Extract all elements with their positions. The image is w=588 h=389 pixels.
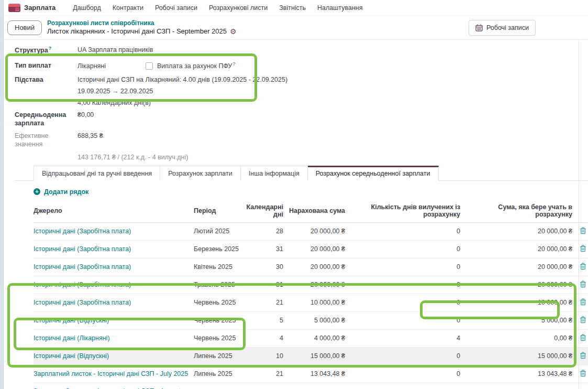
tab-worked-days[interactable]: Відпрацьовані дні та ручні введення (34, 166, 160, 181)
trash-icon[interactable] (580, 227, 586, 236)
avg-table-body: Історичні дані (Заробітна плата)Лютий 20… (34, 222, 588, 389)
payment-type-label: Тип виплат (15, 61, 77, 70)
trash-icon[interactable] (580, 263, 586, 272)
table-row: Історичні дані (Заробітна плата)Травень … (34, 276, 588, 294)
avg-wage-table: Джерело Період Календарні дні Нарахована… (34, 199, 588, 389)
new-button[interactable]: Новий (7, 20, 42, 35)
pfu-checkbox[interactable] (146, 62, 153, 70)
table-row: Зарплатний листок - Історичні дані СЗП -… (34, 365, 588, 383)
col-accrued-amount[interactable]: Нарахована сума (283, 199, 345, 223)
reason-line-2: 19.09.2025 → 22.09.2025 (77, 87, 287, 95)
col-source[interactable]: Джерело (34, 199, 194, 223)
tab-avg-wage-computation[interactable]: Розрахунок середньоденної зарплати (308, 166, 439, 181)
form-sheet: Структура? UA Зарплата працівників Тип в… (0, 40, 588, 389)
table-row: Історичні дані (Заробітна плата)Квітень … (34, 258, 588, 276)
table-row: Історичні дані (Лікарняні)Червень 202544… (34, 329, 588, 347)
source-link[interactable]: Зарплатний листок - Історичні дані СЗП -… (34, 370, 188, 377)
source-link[interactable]: Історичні дані (Лікарняні) (34, 334, 110, 342)
trash-icon[interactable] (580, 370, 586, 379)
notebook-tabs: Відпрацьовані дні та ручні введення Розр… (15, 166, 588, 181)
col-excluded-days[interactable]: Кількість днів вилучених із розрахунку (345, 199, 460, 223)
tab-other-info[interactable]: Інша інформація (241, 166, 308, 181)
reason-value[interactable]: Історичні дані СЗП на Лікарняний: 4.00 д… (77, 75, 287, 107)
col-included-amount[interactable]: Сума, яка бере учать в розрахунку (460, 199, 572, 223)
col-period[interactable]: Період (194, 199, 243, 223)
payroll-payslip-page: Зарплата Дашборд Контракти Робочі записи… (0, 0, 588, 389)
source-link[interactable]: Історичні дані (Заробітна плата) (34, 263, 131, 271)
top-navbar: Зарплата Дашборд Контракти Робочі записи… (0, 0, 588, 16)
nav-item-settings[interactable]: Налаштування (312, 4, 368, 12)
reason-line-3: 4,00 Календарних дні(в) (77, 99, 287, 107)
sheet-border (579, 40, 579, 389)
avg-daily-wage-value[interactable]: ₴0,00 (77, 111, 94, 119)
plus-icon: + (34, 188, 40, 195)
calendar-icon (475, 24, 483, 31)
trash-icon[interactable] (580, 334, 586, 343)
trash-icon[interactable] (580, 245, 586, 254)
reason-label: Підстава (15, 75, 77, 84)
help-icon[interactable]: ? (232, 61, 235, 67)
structure-label: Структура? (15, 46, 77, 55)
table-header-row: Джерело Період Календарні дні Нарахована… (34, 199, 588, 223)
add-row-button[interactable]: + Додати рядок (34, 188, 88, 196)
trash-icon[interactable] (580, 280, 586, 289)
col-actions (572, 199, 588, 223)
table-row: Історичні дані (Заробітна плата)Лютий 20… (34, 222, 588, 240)
source-link[interactable]: Історичні дані (Відпускні) (34, 317, 109, 324)
table-row: Історичні дані (Відпускні)Червень 202555… (34, 311, 588, 329)
table-row: Зарплатний листок - Історичні дані СЗП -… (34, 383, 588, 389)
help-icon[interactable]: ? (49, 46, 52, 51)
trash-icon[interactable] (580, 316, 586, 325)
nav-item-contracts[interactable]: Контракти (107, 4, 149, 12)
source-link[interactable]: Історичні дані (Заробітна плата) (34, 245, 131, 253)
payment-type-value[interactable]: Лікарняні (77, 62, 146, 70)
trash-icon[interactable] (580, 298, 586, 307)
nav-item-dashboard[interactable]: Дашборд (67, 4, 107, 12)
nav-item-work-entries[interactable]: Робочі записи (149, 4, 203, 12)
nav-item-payslips[interactable]: Розрахункові листи (203, 4, 273, 12)
effective-value-label: Ефективне значення (15, 132, 77, 149)
tab-salary-computation[interactable]: Розрахунок зарплати (160, 166, 241, 181)
source-link[interactable]: Історичні дані (Відпускні) (34, 352, 109, 360)
payroll-app-icon (8, 4, 20, 12)
gear-icon[interactable]: ⚙ (230, 28, 237, 35)
app-name[interactable]: Зарплата (24, 4, 56, 12)
source-link[interactable]: Історичні дані (Заробітна плата) (34, 299, 131, 306)
effective-formula: 143 176,71 ₴ / (212 к.д. - 4 вилуч.дні) (77, 153, 188, 161)
breadcrumb: Розрахункові листи співробітника Листок … (47, 19, 237, 36)
effective-value[interactable]: 688,35 ₴ (77, 132, 103, 140)
nav-item-reporting[interactable]: Звітність (273, 4, 312, 12)
table-row: Історичні дані (Заробітна плата)Березень… (34, 240, 588, 258)
source-link[interactable]: Історичні дані (Заробітна плата) (34, 228, 131, 235)
pfu-checkbox-label: Виплата за рахунок ПФУ? (157, 61, 235, 70)
trash-icon[interactable] (580, 352, 586, 361)
control-panel: Новий Розрахункові листи співробітника Л… (0, 16, 588, 39)
source-link[interactable]: Історичні дані (Заробітна плата) (34, 281, 131, 288)
table-row: Історичні дані (Заробітна плата)Червень … (34, 294, 588, 311)
table-row: Історичні дані (Відпускні)Липень 2025101… (34, 347, 588, 365)
col-calendar-days[interactable]: Календарні дні (243, 199, 283, 223)
breadcrumb-parent-link[interactable]: Розрахункові листи співробітника (47, 19, 237, 27)
work-entries-button[interactable]: Робочі записи (469, 20, 536, 36)
page-title: Листок лікарняних - Історичні дані СЗП -… (47, 27, 227, 36)
avg-daily-wage-label: Середньоденна зарплата (15, 111, 77, 128)
structure-value[interactable]: UA Зарплата працівників (77, 46, 153, 54)
reason-line-1: Історичні дані СЗП на Лікарняний: 4.00 д… (77, 75, 287, 84)
app-menu-button[interactable]: Зарплата (8, 4, 56, 12)
